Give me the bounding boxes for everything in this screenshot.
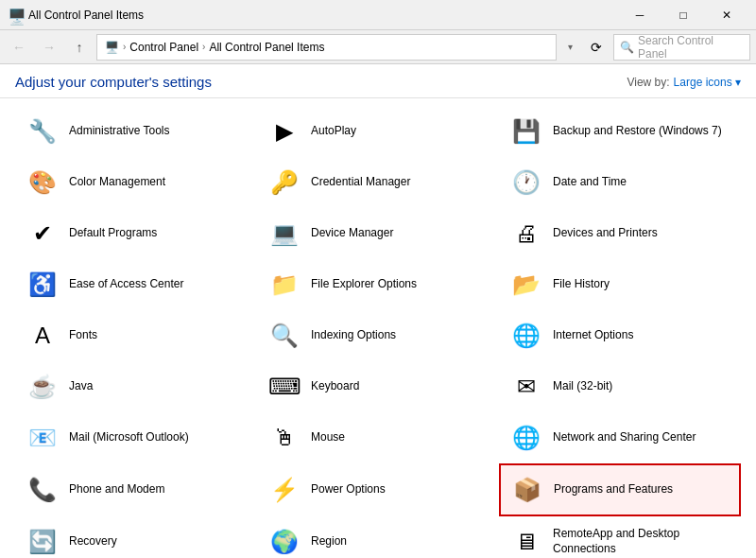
item-label-ease-access: Ease of Access Center [69, 277, 183, 292]
svg-text:🔧: 🔧 [28, 117, 57, 145]
item-date-time[interactable]: 🕐Date and Time [499, 157, 741, 208]
item-icon-color-management: 🎨 [24, 164, 61, 201]
item-icon-mouse: 🖱 [266, 419, 303, 457]
svg-text:☕: ☕ [28, 373, 57, 400]
item-mouse[interactable]: 🖱Mouse [257, 412, 499, 463]
main-content: Adjust your computer's settings View by:… [0, 64, 756, 558]
item-label-mail-outlook: Mail (Microsoft Outlook) [69, 430, 189, 445]
title-bar: 🖥️ All Control Panel Items ─ □ ✕ [0, 0, 756, 30]
item-label-file-explorer: File Explorer Options [311, 277, 417, 292]
item-file-explorer[interactable]: 📁File Explorer Options [257, 259, 499, 310]
item-label-file-history: File History [553, 277, 610, 292]
svg-text:🖥: 🖥 [515, 529, 538, 554]
maximize-button[interactable]: □ [662, 0, 705, 30]
item-label-network-sharing: Network and Sharing Center [553, 430, 696, 445]
svg-text:💾: 💾 [512, 117, 541, 145]
item-icon-remote-app: 🖥 [507, 523, 545, 558]
svg-text:💻: 💻 [270, 219, 299, 247]
item-icon-power-options: ⚡ [266, 471, 303, 509]
item-remote-app[interactable]: 🖥RemoteApp and Desktop Connections [499, 516, 741, 558]
svg-text:🎨: 🎨 [28, 168, 57, 196]
item-power-options[interactable]: ⚡Power Options [257, 463, 499, 516]
item-label-color-management: Color Management [69, 175, 165, 190]
svg-text:⚡: ⚡ [270, 476, 299, 503]
svg-text:🔑: 🔑 [270, 168, 299, 196]
title-bar-icon: 🖥️ [8, 8, 23, 23]
svg-text:🌐: 🌐 [512, 424, 541, 451]
view-by-label: View by: [627, 76, 669, 89]
item-label-backup-restore: Backup and Restore (Windows 7) [553, 124, 722, 139]
svg-text:🔄: 🔄 [28, 528, 57, 555]
item-label-java: Java [69, 379, 93, 394]
svg-text:✉: ✉ [517, 374, 536, 399]
minimize-button[interactable]: ─ [618, 0, 662, 30]
svg-text:⌨: ⌨ [268, 374, 301, 399]
back-button[interactable]: ← [6, 34, 32, 61]
item-mail-32bit[interactable]: ✉Mail (32-bit) [499, 361, 741, 412]
item-devices-printers[interactable]: 🖨Devices and Printers [499, 208, 741, 259]
item-label-recovery: Recovery [69, 534, 117, 549]
item-icon-fonts: A [24, 317, 61, 355]
item-internet-options[interactable]: 🌐Internet Options [499, 310, 741, 361]
item-ease-access[interactable]: ♿Ease of Access Center [15, 259, 257, 310]
item-icon-region: 🌍 [266, 523, 303, 558]
item-keyboard[interactable]: ⌨Keyboard [257, 361, 499, 412]
item-indexing[interactable]: 🔍Indexing Options [257, 310, 499, 361]
address-chevron[interactable]: ▾ [560, 34, 579, 61]
content-header: Adjust your computer's settings View by:… [0, 64, 756, 98]
svg-text:A: A [35, 323, 50, 348]
breadcrumb: 🖥️ › Control Panel › All Control Panel I… [105, 41, 324, 54]
item-icon-device-manager: 💻 [266, 215, 303, 253]
item-label-keyboard: Keyboard [311, 379, 359, 394]
view-by-value[interactable]: Large icons ▾ [674, 76, 741, 89]
item-fonts[interactable]: AFonts [15, 310, 257, 361]
item-autoplay[interactable]: ▶AutoPlay [257, 106, 499, 157]
item-file-history[interactable]: 📂File History [499, 259, 741, 310]
svg-text:🖨: 🖨 [515, 220, 538, 246]
forward-button[interactable]: → [36, 34, 62, 61]
item-icon-devices-printers: 🖨 [507, 215, 545, 253]
item-icon-indexing: 🔍 [266, 317, 303, 355]
svg-text:📁: 📁 [270, 270, 299, 298]
address-bar: ← → ↑ 🖥️ › Control Panel › All Control P… [0, 30, 756, 64]
search-box[interactable]: 🔍 Search Control Panel [613, 34, 750, 61]
svg-text:🔍: 🔍 [270, 322, 299, 349]
item-icon-default-programs: ✔ [24, 215, 61, 253]
item-network-sharing[interactable]: 🌐Network and Sharing Center [499, 412, 741, 463]
item-region[interactable]: 🌍Region [257, 516, 499, 558]
item-icon-recovery: 🔄 [24, 523, 61, 558]
item-recovery[interactable]: 🔄Recovery [15, 516, 257, 558]
item-label-region: Region [311, 534, 347, 549]
item-label-date-time: Date and Time [553, 175, 627, 190]
item-icon-java: ☕ [24, 368, 61, 406]
refresh-button[interactable]: ⟳ [583, 34, 610, 61]
up-button[interactable]: ↑ [66, 34, 93, 61]
item-label-device-manager: Device Manager [311, 226, 393, 241]
item-java[interactable]: ☕Java [15, 361, 257, 412]
item-default-programs[interactable]: ✔Default Programs [15, 208, 257, 259]
item-programs-features[interactable]: 📦Programs and Features [499, 463, 741, 516]
item-label-phone-modem: Phone and Modem [69, 482, 164, 497]
close-button[interactable]: ✕ [705, 0, 748, 30]
item-admin-tools[interactable]: 🔧Administrative Tools [15, 106, 257, 157]
item-mail-outlook[interactable]: 📧Mail (Microsoft Outlook) [15, 412, 257, 463]
item-label-indexing: Indexing Options [311, 328, 396, 343]
item-icon-mail-32bit: ✉ [507, 368, 545, 406]
item-backup-restore[interactable]: 💾Backup and Restore (Windows 7) [499, 106, 741, 157]
item-icon-phone-modem: 📞 [24, 471, 61, 509]
item-label-mouse: Mouse [311, 430, 345, 445]
item-label-devices-printers: Devices and Printers [553, 226, 658, 241]
item-phone-modem[interactable]: 📞Phone and Modem [15, 463, 257, 516]
breadcrumb-icon: 🖥️ [105, 41, 119, 54]
item-color-management[interactable]: 🎨Color Management [15, 157, 257, 208]
svg-text:📂: 📂 [512, 270, 541, 298]
item-device-manager[interactable]: 💻Device Manager [257, 208, 499, 259]
breadcrumb-item-2: All Control Panel Items [209, 41, 324, 54]
view-by: View by: Large icons ▾ [627, 76, 741, 89]
item-icon-file-explorer: 📁 [266, 266, 303, 304]
svg-text:📞: 📞 [28, 476, 57, 503]
item-credential-manager[interactable]: 🔑Credential Manager [257, 157, 499, 208]
item-icon-programs-features: 📦 [508, 471, 546, 509]
item-icon-admin-tools: 🔧 [24, 113, 61, 150]
address-input[interactable]: 🖥️ › Control Panel › All Control Panel I… [96, 34, 557, 61]
